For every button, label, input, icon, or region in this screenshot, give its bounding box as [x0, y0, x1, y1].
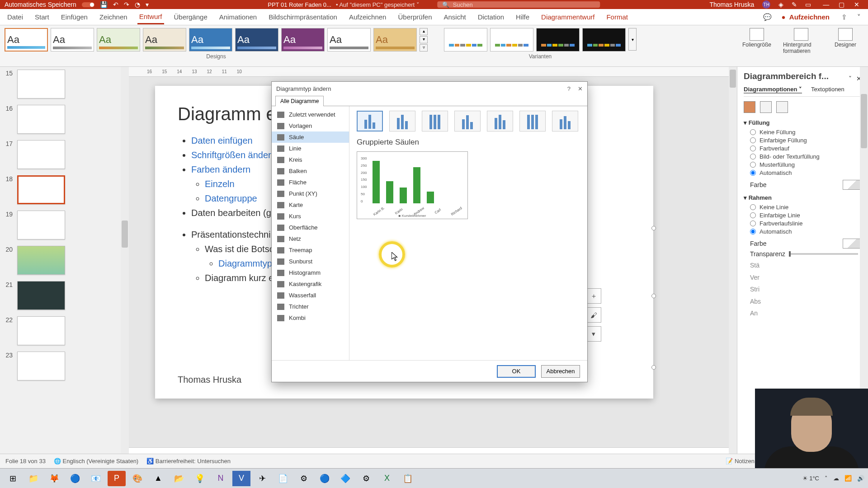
- tab-start[interactable]: Start: [33, 10, 51, 23]
- line-header[interactable]: Rahmen: [749, 194, 772, 201]
- tab-aufzeichnen[interactable]: Aufzeichnen: [347, 10, 388, 23]
- app-icon-1[interactable]: 🎨: [128, 471, 146, 486]
- pane-dropdown-icon[interactable]: ˅: [849, 75, 852, 82]
- excel-icon[interactable]: X: [378, 471, 396, 486]
- category-vorlagen[interactable]: Vorlagen: [272, 120, 349, 131]
- chart-handle-2[interactable]: [651, 294, 656, 298]
- ribbon-toggle-icon[interactable]: ▭: [805, 1, 811, 8]
- theme-6[interactable]: Aa: [235, 28, 278, 52]
- app-icon-4[interactable]: V: [232, 471, 250, 486]
- category-karte[interactable]: Karte: [272, 199, 349, 211]
- tray-volume-icon[interactable]: 🔊: [857, 475, 864, 482]
- app-icon-5[interactable]: 📄: [274, 471, 292, 486]
- theme-1[interactable]: Aa: [5, 28, 48, 52]
- dialog-close-icon[interactable]: ✕: [578, 85, 583, 92]
- fill-opt-picture[interactable]: Bild- oder Texturfüllung: [750, 153, 862, 160]
- accessibility-status[interactable]: ♿ Barrierefreiheit: Untersuchen: [146, 458, 231, 465]
- language-status[interactable]: 🌐 Englisch (Vereinigte Staaten): [54, 458, 138, 465]
- cancel-button[interactable]: Abbrechen: [541, 365, 580, 378]
- category-kurs[interactable]: Kurs: [272, 211, 349, 222]
- fill-opt-none[interactable]: Keine Füllung: [750, 129, 862, 136]
- thumb-17[interactable]: [17, 140, 65, 169]
- search-box[interactable]: 🔍 Suchen: [438, 1, 600, 8]
- dialog-help-icon[interactable]: ?: [567, 85, 571, 92]
- line-opt-solid[interactable]: Einfarbige Linie: [750, 212, 862, 219]
- telegram-icon[interactable]: ✈: [253, 471, 271, 486]
- tab-zeichnen[interactable]: Zeichnen: [98, 10, 129, 23]
- weather-widget[interactable]: ☀ 1°C: [802, 475, 819, 482]
- category-sule[interactable]: Säule: [272, 131, 349, 143]
- start-button[interactable]: ⊞: [4, 471, 22, 486]
- category-trichter[interactable]: Trichter: [272, 301, 349, 312]
- explorer-icon[interactable]: 📁: [24, 471, 42, 486]
- slide-size-button[interactable]: Foliengröße: [739, 28, 775, 48]
- category-punktxy[interactable]: Punkt (XY): [272, 188, 349, 199]
- chart-handle[interactable]: [651, 226, 656, 230]
- tab-hilfe[interactable]: Hilfe: [514, 10, 531, 23]
- tab-bildschirm[interactable]: Bildschirmpräsentation: [267, 10, 339, 23]
- save-icon[interactable]: 💾: [100, 1, 108, 8]
- subtype-3d-100stacked[interactable]: [519, 111, 546, 131]
- undo-icon[interactable]: ↶: [113, 1, 118, 8]
- chart-plus-icon[interactable]: ＋: [586, 288, 601, 304]
- slide-thumbnails-pane[interactable]: 15 16 17 18 19 20 21 22 23: [0, 67, 129, 474]
- firefox-icon[interactable]: 🦊: [45, 471, 63, 486]
- theme-scroll-up[interactable]: ▴: [420, 28, 428, 35]
- subtype-100stacked[interactable]: [422, 111, 448, 131]
- line-opt-none[interactable]: Keine Linie: [750, 204, 862, 211]
- tab-dictation[interactable]: Dictation: [476, 10, 506, 23]
- designer-button[interactable]: Designer: [827, 28, 863, 48]
- tab-animationen[interactable]: Animationen: [217, 10, 259, 23]
- onenote-icon[interactable]: N: [212, 471, 230, 486]
- variant-1[interactable]: [444, 28, 487, 52]
- category-histogramm[interactable]: Histogramm: [272, 267, 349, 278]
- tab-diagram-options[interactable]: Diagrammoptionen ˅: [744, 86, 802, 94]
- subtype-stacked[interactable]: [389, 111, 415, 131]
- category-kreis[interactable]: Kreis: [272, 154, 349, 165]
- thumbs-scrollbar[interactable]: [121, 67, 129, 474]
- theme-4[interactable]: Aa: [143, 28, 186, 52]
- variant-more[interactable]: ▾: [628, 28, 637, 51]
- user-avatar[interactable]: TH: [762, 0, 770, 9]
- subtype-clustered[interactable]: [357, 111, 383, 131]
- tab-uebergaenge[interactable]: Übergänge: [172, 10, 209, 23]
- variant-4[interactable]: [582, 28, 626, 52]
- theme-scroll-down[interactable]: ▾: [420, 36, 428, 43]
- thumb-19[interactable]: [17, 211, 65, 239]
- category-flche[interactable]: Fläche: [272, 177, 349, 188]
- fill-opt-pattern[interactable]: Musterfüllung: [750, 161, 862, 168]
- fill-line-icon[interactable]: [744, 101, 755, 113]
- theme-8[interactable]: Aa: [327, 28, 371, 52]
- category-netz[interactable]: Netz: [272, 233, 349, 244]
- theme-more[interactable]: ▿: [420, 44, 428, 52]
- tray-cloud-icon[interactable]: ☁: [833, 475, 839, 482]
- settings-icon[interactable]: ⚙: [357, 471, 375, 486]
- theme-7[interactable]: Aa: [281, 28, 325, 52]
- app-icon-3[interactable]: 💡: [191, 471, 209, 486]
- share-icon[interactable]: ⇪: [840, 10, 849, 24]
- tray-chevron-icon[interactable]: ˄: [825, 475, 828, 482]
- thumb-15[interactable]: [17, 70, 65, 99]
- user-name[interactable]: Thomas Hruska: [709, 1, 754, 8]
- variant-3[interactable]: [536, 28, 580, 52]
- category-sunburst[interactable]: Sunburst: [272, 256, 349, 267]
- category-kastengrafik[interactable]: Kastengrafik: [272, 278, 349, 290]
- fill-opt-gradient[interactable]: Farbverlauf: [750, 145, 862, 152]
- fill-opt-auto[interactable]: Automatisch: [750, 169, 862, 176]
- variant-2[interactable]: [490, 28, 533, 52]
- effects-icon[interactable]: [760, 101, 772, 113]
- maximize-button[interactable]: ▢: [835, 1, 848, 8]
- tray-wifi-icon[interactable]: 📶: [844, 475, 852, 482]
- pen-icon[interactable]: ✎: [792, 1, 797, 8]
- minimize-button[interactable]: —: [819, 1, 833, 8]
- dropdown-icon[interactable]: ▾: [146, 1, 149, 8]
- thumb-21[interactable]: [17, 281, 65, 310]
- close-button[interactable]: ✕: [850, 1, 863, 8]
- tab-entwurf[interactable]: Entwurf: [137, 10, 164, 24]
- category-kombi[interactable]: Kombi: [272, 312, 349, 324]
- category-oberflche[interactable]: Oberfläche: [272, 222, 349, 233]
- powerpoint-icon[interactable]: P: [108, 471, 126, 486]
- size-icon[interactable]: [776, 101, 788, 113]
- thumb-18[interactable]: [17, 175, 65, 204]
- app-icon-8[interactable]: 📋: [399, 471, 417, 486]
